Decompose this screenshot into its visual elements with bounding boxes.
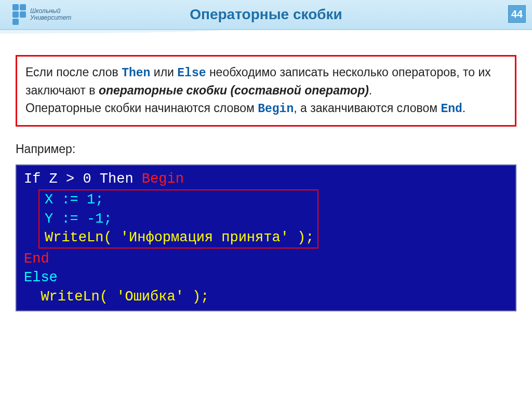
page-number: 44	[508, 5, 526, 23]
code-line-1: If Z > 0 Then Begin	[24, 170, 508, 188]
code-stmt: Y := -1;	[45, 211, 112, 227]
header-divider	[0, 29, 532, 39]
code-arg: 'Ошибка'	[116, 289, 192, 305]
keyword-begin: Begin	[258, 102, 294, 116]
logo: Школьный Университет	[0, 4, 71, 25]
logo-icon	[5, 4, 26, 25]
code-arg: 'Информация принята'	[121, 230, 297, 245]
example-label: Например:	[16, 142, 516, 156]
keyword-else: Else	[177, 66, 206, 80]
code-box: If Z > 0 Then Begin X := 1; Y := -1; Wri…	[16, 164, 516, 311]
kw-else: Else	[24, 270, 58, 285]
keyword-end: End	[441, 102, 462, 116]
code-proc: WriteLn(	[45, 230, 121, 245]
highlighted-block: X := 1; Y := -1; WriteLn( 'Информация пр…	[38, 189, 318, 248]
info-text: или	[150, 65, 177, 79]
code-close: );	[192, 289, 209, 305]
info-text: Если после слов	[25, 65, 122, 79]
code-stmt: X := 1;	[45, 192, 103, 208]
code-indent	[24, 289, 41, 305]
info-text: .	[462, 101, 466, 115]
kw-then: Then	[100, 171, 142, 187]
code-close: );	[297, 230, 314, 245]
content-area: Если после слов Then или Else необходимо…	[0, 39, 532, 311]
info-text: Операторные скобки начинаются словом	[25, 101, 258, 115]
logo-line2: Университет	[30, 15, 71, 21]
logo-text: Школьный Университет	[30, 8, 71, 21]
page-title: Операторные скобки	[190, 6, 342, 23]
code-cond: Z > 0	[49, 171, 100, 187]
kw-if: If	[24, 171, 49, 187]
info-box: Если после слов Then или Else необходимо…	[16, 55, 516, 127]
info-text: , а заканчиваются словом	[294, 101, 441, 115]
kw-begin: Begin	[142, 171, 184, 187]
keyword-then: Then	[122, 66, 150, 80]
code-proc: WriteLn(	[41, 289, 116, 305]
kw-end: End	[24, 251, 49, 267]
bold-term: операторные скобки (составной оператор)	[99, 84, 369, 97]
header-bar: Школьный Университет Операторные скобки …	[0, 0, 532, 30]
info-text: .	[369, 84, 372, 97]
